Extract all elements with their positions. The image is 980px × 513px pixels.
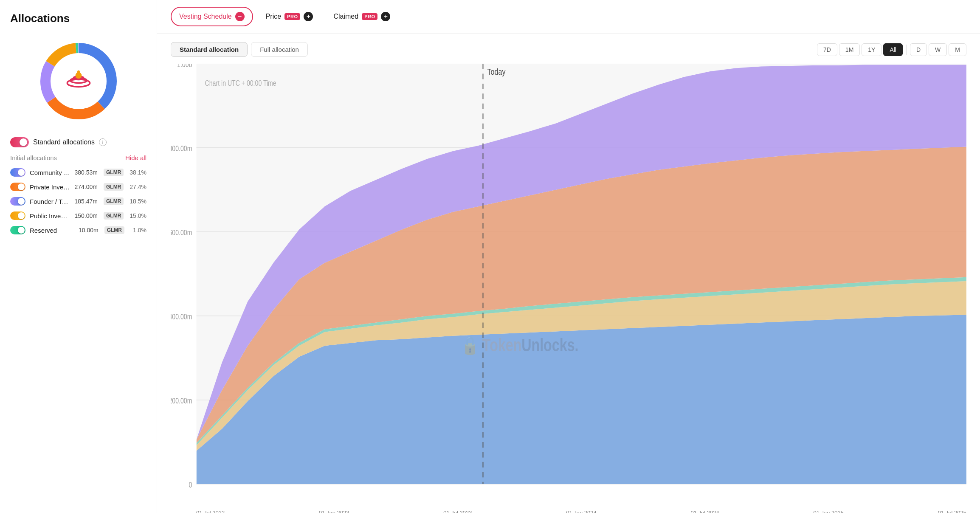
alloc-pct-community: 38.1% — [130, 169, 146, 176]
standard-allocations-toggle-row: Standard allocations i — [10, 137, 146, 147]
alloc-token-community: GLMR — [104, 169, 124, 176]
time-separator — [906, 45, 907, 55]
alloc-token-founder: GLMR — [104, 197, 124, 205]
alloc-name-private: Private Invest... — [30, 183, 70, 191]
alloc-item-founder: Founder / Team 185.47m GLMR 18.5% — [10, 197, 146, 206]
chart-area: Standard allocation Full allocation 7D 1… — [157, 34, 980, 513]
alloc-name-founder: Founder / Team — [30, 198, 70, 205]
tab-price[interactable]: Price PRO + — [258, 8, 321, 25]
granularity-m-button[interactable]: M — [949, 43, 966, 56]
x-label-3: 01 Jan 2024 — [566, 510, 597, 513]
chart-svg: 1.00b 800.00m 600.00m 400.00m 200.00m 0 — [171, 64, 966, 506]
vesting-schedule-label: Vesting Schedule — [179, 13, 232, 20]
utc-note-text: Chart in UTC + 00:00 Time — [205, 79, 276, 87]
svg-text:1.00b: 1.00b — [177, 64, 192, 68]
alloc-amount-public: 150.00m — [74, 212, 97, 219]
sidebar: Allocations — [0, 0, 157, 513]
alloc-token-private: GLMR — [104, 183, 124, 191]
alloc-token-reserved: GLMR — [104, 226, 124, 234]
alloc-token-public: GLMR — [104, 212, 124, 220]
allocations-header: Initial allocations Hide all — [10, 154, 146, 161]
granularity-w-button[interactable]: W — [929, 43, 947, 56]
standard-allocations-label: Standard allocations — [33, 138, 95, 146]
claimed-label: Claimed — [333, 13, 358, 20]
x-label-5: 01 Jan 2025 — [813, 510, 844, 513]
watermark-text: Unlocks. — [521, 335, 578, 355]
alloc-item-reserved: Reserved 10.00m GLMR 1.0% — [10, 226, 146, 234]
svg-text:0: 0 — [189, 480, 192, 489]
alloc-pct-public: 15.0% — [130, 212, 146, 219]
x-axis-labels: 01 Jul 2022 01 Jan 2023 01 Jul 2023 01 J… — [171, 510, 966, 513]
alloc-pct-founder: 18.5% — [130, 198, 146, 205]
svg-text:200.00m: 200.00m — [171, 396, 192, 405]
x-label-1: 01 Jan 2023 — [319, 510, 349, 513]
time-all-button[interactable]: All — [883, 43, 903, 56]
alloc-amount-private: 274.00m — [74, 183, 97, 190]
standard-allocations-toggle[interactable] — [10, 137, 29, 147]
standard-allocation-button[interactable]: Standard allocation — [171, 42, 248, 57]
alloc-item-public: Public Investo... 150.00m GLMR 15.0% — [10, 211, 146, 220]
alloc-name-reserved: Reserved — [30, 227, 74, 234]
time-1y-button[interactable]: 1Y — [862, 43, 881, 56]
tab-claimed[interactable]: Claimed PRO + — [326, 8, 398, 25]
alloc-name-public: Public Investo... — [30, 212, 70, 220]
alloc-toggle-community[interactable] — [10, 168, 25, 177]
alloc-toggle-reserved[interactable] — [10, 226, 25, 234]
claimed-plus-icon: + — [381, 12, 390, 21]
today-label-text: Today — [487, 67, 506, 76]
info-icon[interactable]: i — [99, 138, 107, 146]
chart-svg-container: 1.00b 800.00m 600.00m 400.00m 200.00m 0 — [171, 64, 966, 506]
svg-rect-10 — [77, 70, 80, 73]
hide-all-button[interactable]: Hide all — [125, 154, 146, 161]
alloc-amount-community: 380.53m — [74, 169, 97, 176]
tab-vesting-schedule[interactable]: Vesting Schedule − — [171, 7, 253, 26]
svg-text:600.00m: 600.00m — [171, 228, 192, 237]
alloc-toggle-public[interactable] — [10, 211, 25, 220]
watermark-icon: 🔒 Token — [462, 335, 521, 356]
alloc-name-community: Community & ... — [30, 169, 70, 176]
chart-controls: Standard allocation Full allocation 7D 1… — [171, 42, 966, 57]
price-pro-badge: PRO — [284, 13, 300, 20]
x-label-0: 01 Jul 2022 — [196, 510, 225, 513]
full-allocation-button[interactable]: Full allocation — [251, 42, 308, 57]
alloc-amount-founder: 185.47m — [74, 198, 97, 205]
svg-text:400.00m: 400.00m — [171, 312, 192, 321]
allocation-list: Community & ... 380.53m GLMR 38.1% Priva… — [10, 168, 146, 234]
x-label-4: 01 Jul 2024 — [691, 510, 719, 513]
x-label-6: 01 Jul 2025 — [938, 510, 966, 513]
svg-text:800.00m: 800.00m — [171, 144, 192, 152]
alloc-pct-private: 27.4% — [130, 183, 146, 190]
alloc-item-community: Community & ... 380.53m GLMR 38.1% — [10, 168, 146, 177]
donut-chart — [36, 39, 121, 124]
main-content: Vesting Schedule − Price PRO + Claimed P… — [157, 0, 980, 513]
time-controls: 7D 1M 1Y All D W M — [817, 43, 966, 56]
top-nav: Vesting Schedule − Price PRO + Claimed P… — [157, 0, 980, 34]
alloc-item-private: Private Invest... 274.00m GLMR 27.4% — [10, 183, 146, 191]
alloc-toggle-private[interactable] — [10, 183, 25, 191]
claimed-pro-badge: PRO — [362, 13, 377, 20]
alloc-amount-reserved: 10.00m — [79, 227, 99, 234]
price-label: Price — [266, 13, 281, 20]
price-plus-icon: + — [304, 12, 313, 21]
allocation-type-buttons: Standard allocation Full allocation — [171, 42, 308, 57]
alloc-pct-reserved: 1.0% — [130, 227, 146, 234]
initial-allocations-label: Initial allocations — [10, 154, 57, 161]
granularity-d-button[interactable]: D — [910, 43, 927, 56]
donut-logo — [62, 64, 96, 98]
sidebar-title: Allocations — [10, 12, 146, 25]
time-1m-button[interactable]: 1M — [839, 43, 860, 56]
alloc-toggle-founder[interactable] — [10, 197, 25, 206]
donut-chart-wrap — [10, 32, 146, 130]
x-label-2: 01 Jul 2023 — [443, 510, 472, 513]
vesting-minus-icon: − — [235, 12, 245, 21]
time-7d-button[interactable]: 7D — [817, 43, 837, 56]
